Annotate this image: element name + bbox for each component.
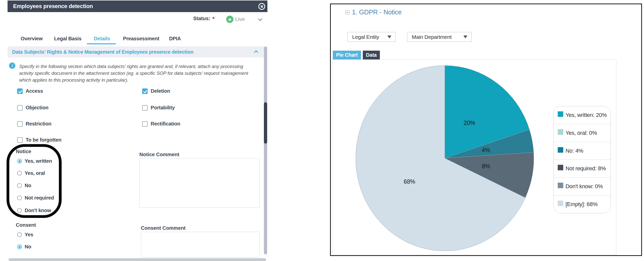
radio-dont-know[interactable]: Don't know xyxy=(17,208,51,213)
checkbox-label: Rectification xyxy=(151,121,180,127)
radio-not-required[interactable]: Not required xyxy=(17,195,54,201)
legend-item[interactable]: Not required: 8% xyxy=(554,160,611,178)
legend-label: Don't know: 0% xyxy=(566,183,603,190)
tab-preassessment[interactable]: Preassessment xyxy=(123,36,159,42)
radio-icon[interactable] xyxy=(17,244,22,249)
radio-no[interactable]: No xyxy=(17,183,31,188)
vertical-scrollbar-track[interactable] xyxy=(264,46,267,254)
checkbox-label: To be forgotten xyxy=(26,137,61,143)
info-icon xyxy=(9,62,15,69)
consent-comment-input[interactable] xyxy=(141,232,260,257)
checkbox-objection[interactable]: Objection xyxy=(17,105,48,111)
tab-details[interactable]: Details xyxy=(94,36,110,42)
legend-swatch xyxy=(558,111,563,117)
tab-dpia[interactable]: DPIA xyxy=(169,36,181,42)
section-info-text: Specify in the following section which d… xyxy=(19,63,258,83)
chevron-down-icon[interactable] xyxy=(258,16,262,21)
legend-label: Yes, written: 20% xyxy=(566,112,607,118)
slice-label: 4% xyxy=(482,147,490,153)
legend-swatch xyxy=(558,183,563,188)
legend-swatch xyxy=(558,129,563,135)
legend-swatch xyxy=(558,165,563,170)
radio-consent-no[interactable]: No xyxy=(17,244,31,250)
status-label: Status: xyxy=(193,16,210,21)
radio-icon[interactable] xyxy=(17,208,22,213)
tab-pie-chart[interactable]: Pie Chart xyxy=(333,51,361,59)
dropdown-arrow-icon xyxy=(387,36,391,38)
radio-icon[interactable] xyxy=(17,195,22,200)
chevron-up-icon[interactable] xyxy=(254,50,258,55)
checkbox-label: Access xyxy=(26,88,43,94)
checkbox-label: Objection xyxy=(26,105,48,111)
checkbox-rectification[interactable]: Rectification xyxy=(142,121,180,127)
notice-comment-label: Notice Comment xyxy=(139,152,179,157)
report-title: 1. GDPR - Notice xyxy=(352,8,402,16)
radio-icon[interactable] xyxy=(17,232,22,237)
checkbox-restriction[interactable]: Restriction xyxy=(17,121,51,127)
radio-label: No xyxy=(25,244,31,250)
radio-label: No xyxy=(25,183,31,188)
legend-swatch xyxy=(558,201,563,206)
checkbox-access[interactable]: Access xyxy=(17,88,43,94)
checkbox-icon[interactable] xyxy=(142,105,148,111)
radio-consent-yes[interactable]: Yes xyxy=(17,232,33,238)
dialog-title: Employees presence detection xyxy=(13,3,93,10)
checkbox-icon[interactable] xyxy=(17,105,23,111)
pie-chart-container: Yes, written: 20%Yes, oral: 0%No: 4%Not … xyxy=(333,59,616,255)
notice-comment-input[interactable] xyxy=(139,158,260,208)
legend-swatch xyxy=(558,147,563,153)
dropdown-label: Legal Entity xyxy=(352,34,379,40)
checkbox-icon[interactable] xyxy=(17,121,23,127)
collapse-minus-icon[interactable] xyxy=(345,10,350,14)
main-department-dropdown[interactable]: Main Department xyxy=(407,32,472,42)
legend-item[interactable]: Don't know: 0% xyxy=(554,178,611,195)
checkbox-icon[interactable] xyxy=(142,88,148,94)
legend-label: [Empty]: 68% xyxy=(566,201,597,208)
checkbox-icon[interactable] xyxy=(17,88,23,94)
tab-overview[interactable]: Overview xyxy=(21,36,43,42)
radio-label: Yes xyxy=(25,232,33,238)
checkbox-label: Restriction xyxy=(26,121,51,127)
radio-icon[interactable] xyxy=(17,159,22,164)
consent-comment-label: Consent Comment xyxy=(141,225,186,231)
legend-item[interactable]: [Empty]: 68% xyxy=(554,195,611,213)
live-status-icon xyxy=(226,16,233,23)
tab-legal-basis[interactable]: Legal Basis xyxy=(54,36,82,42)
legend-label: Not required: 8% xyxy=(566,165,606,172)
checkbox-label: Deletion xyxy=(151,88,170,94)
legend-item[interactable]: Yes, oral: 0% xyxy=(554,124,611,142)
checkbox-icon[interactable] xyxy=(17,137,23,143)
thumbs-up-icon xyxy=(228,17,232,21)
dropdown-label: Main Department xyxy=(412,34,452,40)
legend-label: No: 4% xyxy=(566,148,583,154)
radio-icon[interactable] xyxy=(17,183,22,188)
section-header[interactable]: Data Subjects' Rights & Notice Managemen… xyxy=(8,46,264,57)
tab-data[interactable]: Data xyxy=(363,51,380,59)
horizontal-scrollbar[interactable] xyxy=(9,258,266,261)
slice-label: 68% xyxy=(404,178,415,185)
checkbox-to-be-forgotten[interactable]: To be forgotten xyxy=(17,137,61,143)
radio-yes-oral[interactable]: Yes, oral xyxy=(17,170,45,176)
section-title: Data Subjects' Rights & Notice Managemen… xyxy=(12,49,193,55)
legend-item[interactable]: Yes, written: 20% xyxy=(554,106,611,124)
status-value[interactable]: Live xyxy=(235,16,245,22)
vertical-scrollbar-thumb[interactable] xyxy=(264,102,267,144)
radio-icon[interactable] xyxy=(17,171,22,176)
legend-label: Yes, oral: 0% xyxy=(566,130,597,136)
radio-label: Yes, oral xyxy=(25,170,45,176)
radio-label: Not required xyxy=(25,195,54,201)
hand-drawn-circle-annotation xyxy=(7,144,62,218)
chart-legend: Yes, written: 20%Yes, oral: 0%No: 4%Not … xyxy=(553,106,611,213)
checkbox-portability[interactable]: Portability xyxy=(142,105,175,111)
checkbox-deletion[interactable]: Deletion xyxy=(142,88,170,94)
required-asterisk: * xyxy=(212,16,215,22)
radio-label: Don't know xyxy=(25,208,51,213)
checkbox-icon[interactable] xyxy=(142,121,148,127)
close-icon[interactable] xyxy=(258,3,265,10)
report-panel: 1. GDPR - Notice Legal Entity Main Depar… xyxy=(330,4,642,256)
active-tab-underline xyxy=(87,43,116,44)
checkbox-label: Portability xyxy=(151,105,175,111)
legend-item[interactable]: No: 4% xyxy=(554,142,611,160)
legal-entity-dropdown[interactable]: Legal Entity xyxy=(347,32,396,42)
radio-yes-written[interactable]: Yes, written xyxy=(17,158,52,164)
